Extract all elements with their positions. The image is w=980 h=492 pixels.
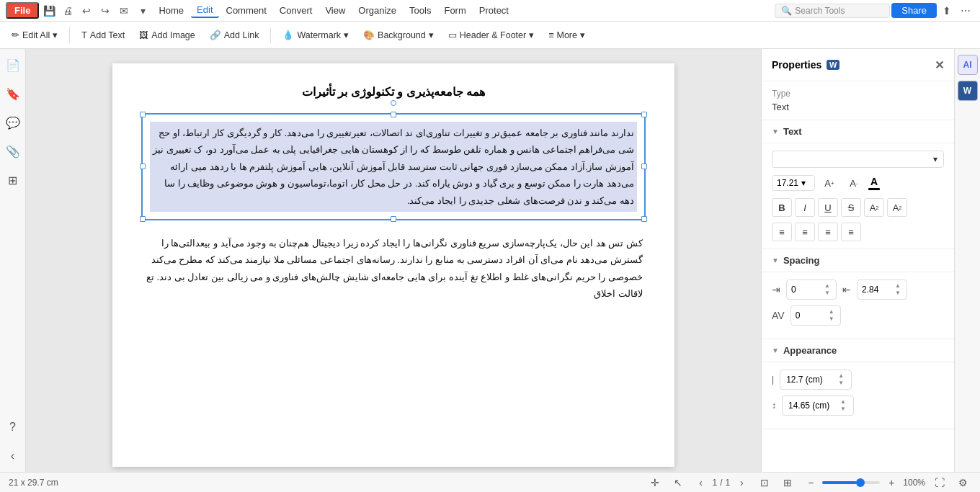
protect-menu[interactable]: Protect [473, 4, 514, 17]
ai-icon-btn[interactable]: AI [958, 55, 978, 75]
edit-all-button[interactable]: ✏ Edit All ▾ [6, 27, 63, 43]
spacing-right-up[interactable]: ▲ [894, 282, 902, 290]
spacing-av-input[interactable]: 0 ▲ ▼ [790, 305, 841, 326]
handle-top-middle[interactable] [391, 112, 396, 117]
spacing-left-down[interactable]: ▼ [823, 290, 832, 297]
edit-menu[interactable]: Edit [191, 3, 218, 18]
page-thumbnail-icon[interactable]: 📄 [3, 55, 23, 75]
selected-text-block[interactable]: ندارند مانند فناوری بر جامعه عمیق‌تر و ت… [141, 113, 646, 220]
handle-bottom-right[interactable] [641, 216, 647, 222]
zoom-out-button[interactable]: − [802, 474, 819, 491]
file-menu[interactable]: File [6, 2, 39, 19]
convert-menu[interactable]: Convert [274, 4, 318, 17]
add-image-button[interactable]: 🖼 Add Image [133, 27, 200, 43]
bookmark-icon[interactable]: 🔖 [3, 84, 23, 104]
spacing-right-spinner[interactable]: ▲ ▼ [894, 282, 902, 297]
search-box[interactable]: 🔍 Search Tools [775, 4, 890, 18]
text-section-header[interactable]: ▼ Text [762, 120, 954, 143]
next-page-button[interactable]: › [733, 474, 750, 491]
spacing-left-spinner[interactable]: ▲ ▼ [823, 282, 832, 297]
fullscreen-button[interactable]: ⛶ [931, 474, 948, 491]
header-footer-button[interactable]: ▭ Header & Footer ▾ [442, 27, 540, 43]
height-up[interactable]: ▲ [839, 398, 847, 406]
underline-button[interactable]: U [818, 198, 838, 217]
align-justify-button[interactable]: ≡ [841, 223, 861, 241]
fit-width-icon[interactable]: ⊡ [756, 474, 773, 491]
prev-page-button[interactable]: ‹ [692, 474, 710, 491]
font-family-select[interactable]: ▾ [772, 151, 944, 168]
font-size-select[interactable]: 17.21 ▾ [772, 175, 815, 191]
comment-menu[interactable]: Comment [220, 4, 272, 17]
align-right-button[interactable]: ≡ [818, 223, 838, 241]
text-color-button[interactable]: A [868, 176, 880, 190]
add-link-button[interactable]: 🔗 Add Link [204, 27, 265, 43]
home-menu[interactable]: Home [153, 4, 190, 17]
word-icon-btn-2[interactable]: W [958, 81, 978, 101]
decrease-font-button[interactable]: A- [844, 174, 864, 192]
word-icon-btn[interactable]: W [824, 56, 842, 73]
bold-button[interactable]: B [772, 198, 792, 217]
height-spinner[interactable]: ▲ ▼ [839, 398, 847, 413]
align-center-button[interactable]: ≡ [795, 223, 815, 241]
cursor-icon[interactable]: ✛ [646, 474, 664, 491]
handle-bottom-middle[interactable] [391, 216, 396, 222]
width-input[interactable]: 12.7 (cm) ▲ ▼ [780, 370, 852, 390]
help-icon[interactable]: ? [3, 417, 23, 437]
add-text-button[interactable]: T Add Text [76, 27, 130, 43]
handle-top-right[interactable] [641, 112, 647, 117]
email-icon[interactable]: ✉ [115, 2, 133, 19]
handle-bottom-left[interactable] [140, 216, 146, 222]
view-menu[interactable]: View [319, 4, 351, 17]
width-spinner[interactable]: ▲ ▼ [837, 372, 845, 387]
dropdown-icon[interactable]: ▾ [134, 2, 151, 19]
more-menu-icon[interactable]: ⋯ [957, 2, 974, 19]
fit-page-icon[interactable]: ⊞ [779, 474, 796, 491]
share-button[interactable]: Share [891, 3, 937, 18]
pointer-icon[interactable]: ↖ [669, 474, 687, 491]
spacing-left-up[interactable]: ▲ [823, 282, 832, 290]
handle-middle-right[interactable] [641, 164, 647, 169]
comment-icon[interactable]: 💬 [3, 112, 23, 133]
print-icon[interactable]: 🖨 [59, 2, 76, 19]
strikethrough-button[interactable]: S [841, 198, 861, 217]
zoom-slider[interactable] [822, 481, 880, 484]
align-left-button[interactable]: ≡ [772, 223, 792, 241]
form-menu[interactable]: Form [438, 4, 471, 17]
more-button[interactable]: ≡ More ▾ [543, 27, 591, 43]
width-down[interactable]: ▼ [837, 380, 845, 387]
appearance-section-header[interactable]: ▼ Appearance [762, 339, 954, 362]
background-button[interactable]: 🎨 Background ▾ [357, 27, 440, 43]
handle-top-left[interactable] [140, 112, 146, 117]
increase-font-button[interactable]: A+ [819, 174, 839, 192]
properties-close-button[interactable]: ✕ [935, 58, 944, 72]
superscript-button[interactable]: A2 [864, 198, 884, 217]
organize-menu[interactable]: Organize [352, 4, 402, 17]
zoom-in-button[interactable]: + [883, 474, 900, 491]
save-icon[interactable]: 💾 [40, 2, 58, 19]
redo-button[interactable]: ↪ [97, 2, 114, 19]
height-input[interactable]: 14.65 (cm) ▲ ▼ [782, 395, 854, 416]
height-down[interactable]: ▼ [839, 406, 847, 413]
attachment-icon[interactable]: 📎 [3, 141, 23, 161]
spacing-section-header[interactable]: ▼ Spacing [762, 249, 954, 272]
subscript-button[interactable]: A2 [887, 198, 907, 217]
spacing-av-up[interactable]: ▲ [827, 308, 836, 316]
collapse-left-icon[interactable]: ‹ [3, 446, 23, 466]
spacing-av-down[interactable]: ▼ [827, 316, 836, 323]
watermark-button[interactable]: 💧 Watermark ▾ [277, 27, 355, 43]
spacing-av-spinner[interactable]: ▲ ▼ [827, 308, 836, 323]
tools-menu[interactable]: Tools [404, 4, 437, 17]
zoom-slider-thumb[interactable] [856, 478, 865, 487]
rotate-handle[interactable] [391, 100, 396, 106]
italic-button[interactable]: I [795, 198, 815, 217]
width-up[interactable]: ▲ [837, 372, 845, 380]
spacing-left-input[interactable]: 0 ▲ ▼ [786, 279, 837, 300]
upload-icon[interactable]: ⬆ [938, 2, 956, 19]
handle-middle-left[interactable] [140, 164, 146, 169]
zoom-slider-fill [822, 481, 857, 484]
spacing-right-input[interactable]: 2.84 ▲ ▼ [857, 279, 907, 300]
settings-icon[interactable]: ⚙ [954, 474, 971, 491]
undo-button[interactable]: ↩ [78, 2, 95, 19]
spacing-right-down[interactable]: ▼ [894, 290, 902, 297]
layers-icon[interactable]: ⊞ [3, 170, 23, 190]
